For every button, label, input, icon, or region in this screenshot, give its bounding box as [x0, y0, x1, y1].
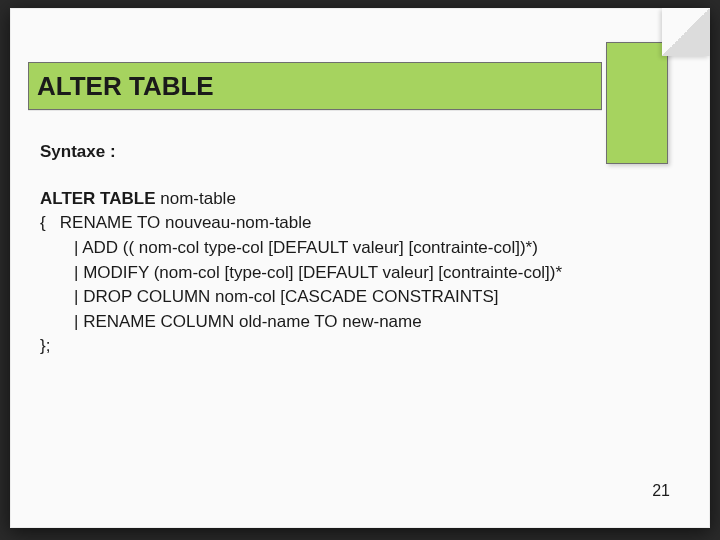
slide-title: ALTER TABLE	[29, 71, 214, 102]
page-corner-fold	[662, 8, 710, 56]
code-line-3: | ADD (( nom-col type-col [DEFAULT valeu…	[40, 236, 650, 261]
code-line-7: };	[40, 334, 650, 359]
title-bar: ALTER TABLE	[28, 62, 602, 110]
syntax-code-block: ALTER TABLE nom-table { RENAME TO nouvea…	[40, 187, 650, 359]
code-line-2: { RENAME TO nouveau-nom-table	[40, 211, 650, 236]
code-line-5: | DROP COLUMN nom-col [CASCADE CONSTRAIN…	[40, 285, 650, 310]
slide-body: Syntaxe : ALTER TABLE nom-table { RENAME…	[40, 140, 650, 359]
page-number: 21	[652, 482, 670, 500]
slide: ALTER TABLE Syntaxe : ALTER TABLE nom-ta…	[10, 8, 710, 528]
syntax-subhead: Syntaxe :	[40, 140, 650, 165]
code-line-4: | MODIFY (nom-col [type-col] [DEFAULT va…	[40, 261, 650, 286]
code-line-1: ALTER TABLE nom-table	[40, 187, 650, 212]
keyword-alter-table: ALTER TABLE	[40, 189, 156, 208]
code-line-6: | RENAME COLUMN old-name TO new-name	[40, 310, 650, 335]
code-line-1-rest: nom-table	[156, 189, 236, 208]
